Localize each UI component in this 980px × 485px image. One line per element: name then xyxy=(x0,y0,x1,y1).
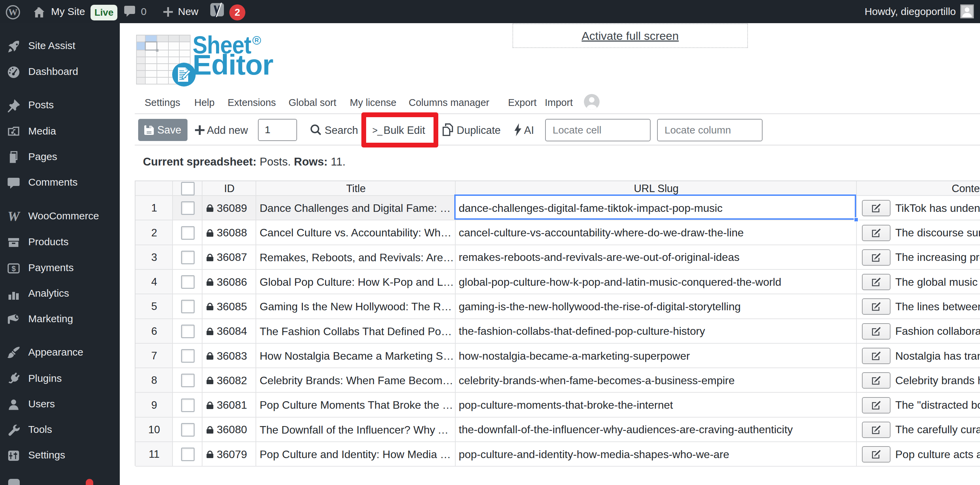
svg-text:W: W xyxy=(8,210,21,223)
svg-text:W: W xyxy=(8,7,18,18)
svg-text:$: $ xyxy=(11,264,16,273)
